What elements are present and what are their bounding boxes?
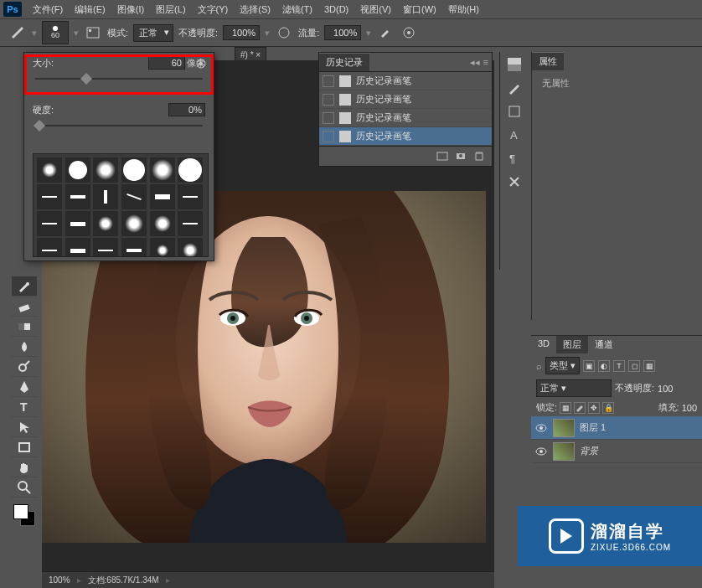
menu-view[interactable]: 视图(V) [354, 2, 397, 18]
airbrush-icon[interactable] [376, 23, 395, 42]
dodge-tool[interactable] [12, 357, 37, 377]
blend-mode-select[interactable]: 正常 ▾ [133, 24, 173, 42]
lock-transparency-icon[interactable]: ▦ [560, 402, 571, 414]
layer-name[interactable]: 背景 [580, 445, 598, 457]
brush-preset[interactable] [93, 157, 118, 183]
history-source-checkbox[interactable] [323, 75, 334, 87]
panel-menu-icon[interactable]: ≡ [483, 57, 488, 68]
brush-preset[interactable] [178, 157, 203, 183]
filter-adjust-icon[interactable]: ◐ [598, 360, 610, 372]
history-step[interactable]: 历史记录画笔 [319, 109, 492, 127]
brush-presets-panel-icon[interactable] [503, 102, 525, 121]
brush-preset[interactable] [121, 184, 147, 209]
type-tool[interactable]: T [12, 397, 37, 417]
brush-preset[interactable]: 50 [178, 238, 203, 257]
size-slider[interactable] [35, 73, 203, 85]
brush-preset[interactable] [65, 157, 90, 183]
history-source-checkbox[interactable] [323, 112, 334, 124]
history-brush-tool[interactable] [12, 276, 37, 297]
brush-preset[interactable] [37, 238, 62, 257]
lock-all-icon[interactable]: 🔒 [602, 402, 614, 414]
doc-size[interactable]: 文档:685.7K/1.34M [88, 575, 159, 586]
visibility-toggle-icon[interactable] [534, 445, 548, 458]
pressure-size-icon[interactable] [400, 23, 418, 42]
brush-preset[interactable] [121, 238, 147, 257]
menu-3d[interactable]: 3D(D) [318, 3, 354, 16]
blur-tool[interactable] [12, 337, 37, 357]
pressure-opacity-icon[interactable] [275, 23, 293, 42]
new-snapshot-icon[interactable] [455, 150, 467, 162]
history-step[interactable]: 历史记录画笔 [319, 90, 492, 109]
swatches-panel-icon[interactable] [503, 55, 525, 74]
brush-preset[interactable] [65, 238, 90, 257]
brush-preset[interactable] [93, 238, 118, 257]
filter-shape-icon[interactable]: ◻ [628, 360, 640, 372]
brush-preset[interactable] [93, 184, 118, 209]
brush-preset[interactable] [93, 211, 118, 236]
menu-file[interactable]: 文件(F) [27, 2, 69, 18]
brush-preset[interactable] [37, 157, 62, 183]
history-step[interactable]: 历史记录画笔 [319, 127, 492, 146]
layer-row[interactable]: 背景 [531, 440, 702, 463]
tools-panel-icon[interactable] [503, 173, 525, 191]
brush-preset[interactable] [37, 211, 62, 236]
gradient-tool[interactable] [12, 317, 37, 337]
tab-channels[interactable]: 通道 [588, 336, 620, 353]
visibility-toggle-icon[interactable] [534, 421, 548, 435]
filter-pixel-icon[interactable]: ▣ [583, 360, 595, 372]
rectangle-tool[interactable] [12, 437, 37, 457]
brush-preset[interactable] [150, 211, 175, 236]
layer-blend-mode-select[interactable]: 正常 ▾ [536, 379, 612, 397]
brush-preset[interactable]: 25 [150, 238, 175, 257]
brush-preset[interactable] [121, 157, 147, 183]
history-source-checkbox[interactable] [323, 94, 334, 106]
menu-help[interactable]: 帮助(H) [442, 2, 485, 18]
brushes-panel-icon[interactable] [503, 79, 525, 97]
lock-position-icon[interactable]: ✥ [588, 402, 600, 414]
history-step[interactable]: 历史记录画笔 [319, 72, 492, 90]
layer-opacity-value[interactable]: 100 [658, 384, 673, 394]
menu-image[interactable]: 图像(I) [111, 2, 150, 18]
flow-input[interactable]: 100% [324, 25, 361, 40]
hardness-slider[interactable] [35, 120, 203, 132]
delete-state-icon[interactable] [473, 150, 485, 162]
brush-preset[interactable] [178, 184, 203, 209]
hardness-input[interactable]: 0% [168, 103, 205, 116]
properties-tab[interactable]: 属性 [532, 52, 564, 70]
brush-preset[interactable] [65, 184, 90, 209]
brush-preset-grid[interactable]: 25 50 [33, 153, 209, 257]
history-tab[interactable]: 历史记录 [319, 53, 369, 71]
brush-preset[interactable] [37, 184, 62, 209]
filter-smart-icon[interactable]: ▦ [643, 360, 655, 372]
hand-tool[interactable] [12, 457, 37, 477]
color-swatches[interactable] [12, 503, 37, 528]
menu-layer[interactable]: 图层(L) [150, 2, 191, 18]
path-select-tool[interactable] [12, 417, 37, 437]
brush-preset[interactable] [150, 157, 175, 183]
history-source-checkbox[interactable] [323, 131, 334, 142]
zoom-level[interactable]: 100% [49, 575, 70, 585]
pen-tool[interactable] [12, 377, 37, 397]
menu-type[interactable]: 文字(Y) [192, 2, 235, 18]
layer-filter-select[interactable]: 类型 ▾ [545, 357, 580, 374]
styles-panel-icon[interactable]: A [503, 126, 525, 144]
paragraph-panel-icon[interactable]: ¶ [503, 149, 525, 168]
layer-row[interactable]: 图层 1 [531, 416, 702, 440]
tool-preset-icon[interactable] [8, 23, 27, 42]
brush-preset-picker[interactable]: 60 [42, 21, 69, 44]
gear-icon[interactable] [195, 58, 207, 70]
foreground-color[interactable] [13, 504, 28, 519]
brush-preset[interactable] [65, 211, 90, 236]
layer-name[interactable]: 图层 1 [580, 421, 606, 434]
size-input[interactable]: 60 [148, 56, 185, 70]
fill-value[interactable]: 100 [682, 403, 697, 413]
opacity-input[interactable]: 100% [223, 25, 260, 40]
menu-edit[interactable]: 编辑(E) [69, 2, 111, 18]
collapse-icon[interactable]: ◂◂ [470, 57, 480, 68]
tab-3d[interactable]: 3D [531, 336, 556, 353]
filter-type-icon[interactable]: T [613, 360, 625, 372]
brush-preset[interactable] [178, 211, 203, 236]
eraser-tool[interactable] [12, 297, 37, 317]
snapshot-from-state-icon[interactable] [436, 150, 448, 162]
brush-preset[interactable] [121, 211, 147, 236]
